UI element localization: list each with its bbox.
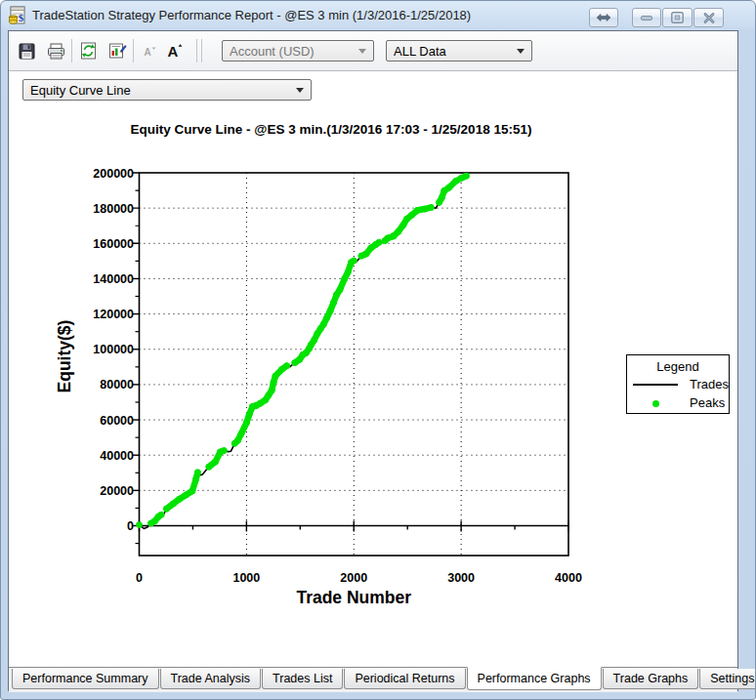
format-report-button[interactable] — [107, 41, 127, 61]
minimize-button[interactable] — [632, 8, 661, 27]
svg-text:0: 0 — [136, 571, 143, 585]
legend-title: Legend — [627, 359, 729, 374]
svg-text:140000: 140000 — [93, 272, 134, 286]
svg-text:3000: 3000 — [447, 571, 475, 585]
save-icon — [19, 43, 35, 60]
toolbar-separator — [201, 39, 202, 62]
toolbar-separator — [133, 39, 134, 62]
tab-performance-graphs[interactable]: Performance Graphs — [467, 667, 602, 690]
maximize-icon — [671, 12, 684, 23]
dock-button[interactable] — [589, 8, 618, 27]
svg-text:2000: 2000 — [340, 571, 367, 585]
window-title: TradeStation Strategy Performance Report… — [32, 8, 471, 22]
svg-text:A: A — [168, 43, 179, 60]
account-dropdown[interactable]: Account (USD) — [222, 40, 374, 62]
maximize-button[interactable] — [662, 8, 693, 27]
chart-axes — [133, 173, 569, 556]
chevron-down-icon — [358, 49, 366, 54]
minimize-icon — [641, 14, 652, 21]
svg-text:180000: 180000 — [93, 202, 134, 216]
legend-entry-trades: Trades — [627, 376, 729, 392]
graph-type-dropdown[interactable]: Equity Curve Line — [22, 79, 312, 101]
svg-text:1000: 1000 — [232, 571, 260, 585]
save-button[interactable] — [17, 41, 36, 61]
increase-font-icon: A — [165, 42, 185, 60]
data-range-dropdown[interactable]: ALL Data — [386, 40, 532, 62]
refresh-report-button[interactable] — [78, 41, 98, 61]
svg-text:160000: 160000 — [93, 237, 134, 251]
legend-label-trades: Trades — [690, 377, 729, 391]
svg-text:0: 0 — [127, 519, 134, 533]
tradestation-report-window: $ TradeStation Strategy Performance Repo… — [0, 0, 756, 700]
svg-text:A: A — [144, 47, 150, 58]
app-icon: $ — [8, 6, 27, 25]
toolbar-separator — [196, 39, 197, 62]
data-range-dropdown-value: ALL Data — [394, 44, 507, 59]
svg-text:Equity($): Equity($) — [55, 320, 74, 393]
report-area: 0200004000060000800001000001200001400001… — [9, 71, 737, 667]
report-tab-bar: Performance Summary Trade Analysis Trade… — [9, 667, 737, 692]
account-dropdown-value: Account (USD) — [230, 44, 349, 59]
svg-text:60000: 60000 — [100, 414, 134, 428]
svg-text:$: $ — [19, 12, 24, 23]
svg-text:Equity Curve Line - @ES 3 min.: Equity Curve Line - @ES 3 min.(1/3/2016 … — [131, 122, 532, 137]
tab-trade-analysis[interactable]: Trade Analysis — [160, 669, 262, 689]
chart-legend: Legend Trades Peaks — [626, 354, 730, 414]
graph-type-dropdown-value: Equity Curve Line — [30, 83, 286, 98]
legend-label-peaks: Peaks — [690, 395, 725, 410]
dock-icon — [596, 13, 611, 22]
trades-line-swatch — [633, 384, 678, 386]
svg-text:80000: 80000 — [100, 378, 134, 391]
chevron-down-icon — [517, 49, 525, 54]
peaks-dot-swatch — [652, 400, 659, 407]
print-button[interactable] — [46, 41, 65, 61]
svg-text:100000: 100000 — [93, 343, 134, 356]
close-icon — [703, 13, 715, 23]
legend-entry-peaks: Peaks — [627, 394, 729, 411]
svg-text:40000: 40000 — [100, 449, 134, 463]
svg-text:20000: 20000 — [100, 484, 134, 498]
format-report-icon — [108, 42, 127, 60]
toolbar: A A Account (USD) ALL Data — [9, 31, 737, 71]
tab-periodical-returns[interactable]: Periodical Returns — [344, 669, 465, 689]
svg-text:Trade Number: Trade Number — [296, 588, 411, 607]
peaks-dots — [136, 173, 469, 528]
print-icon — [47, 43, 65, 60]
decrease-font-icon: A — [142, 43, 158, 59]
toolbar-separator — [71, 39, 72, 62]
tab-trade-graphs[interactable]: Trade Graphs — [603, 669, 699, 689]
chevron-down-icon — [296, 88, 304, 93]
chart-tick-labels: 0200004000060000800001000001200001400001… — [93, 167, 582, 586]
svg-text:120000: 120000 — [93, 308, 134, 321]
svg-text:200000: 200000 — [93, 167, 134, 181]
refresh-icon — [80, 42, 97, 60]
increase-font-button[interactable]: A — [165, 41, 185, 61]
title-bar[interactable]: $ TradeStation Strategy Performance Repo… — [1, 1, 755, 30]
tab-performance-summary[interactable]: Performance Summary — [12, 669, 159, 689]
decrease-font-button[interactable]: A — [140, 41, 159, 61]
svg-text:4000: 4000 — [555, 571, 582, 585]
close-button[interactable] — [693, 8, 724, 27]
client-area: A A Account (USD) ALL Data — [8, 30, 738, 691]
tab-settings[interactable]: Settings — [699, 669, 756, 689]
chart-gridlines — [140, 173, 569, 556]
tab-trades-list[interactable]: Trades List — [262, 669, 343, 689]
